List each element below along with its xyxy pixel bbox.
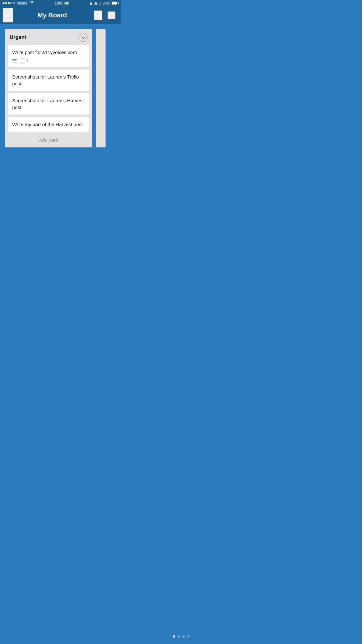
lock-icon	[90, 1, 93, 5]
description-icon	[12, 59, 17, 62]
signal-dots	[3, 2, 15, 4]
signal-dot-5	[13, 2, 15, 4]
card-4[interactable]: Write my part of the Harvest post	[8, 117, 89, 132]
svg-marker-1	[94, 1, 97, 5]
card-title-1: Write post for a11yvoices.com	[12, 50, 77, 55]
desc-line-2	[12, 61, 16, 61]
board-title: My Board	[38, 12, 67, 19]
bluetooth-icon	[99, 1, 101, 5]
comment-count-1: 1	[26, 58, 28, 63]
battery-fill	[112, 2, 117, 5]
chevron-down-icon	[81, 35, 86, 39]
signal-dot-1	[3, 2, 5, 4]
battery-icon	[111, 2, 118, 5]
desc-line-3	[12, 62, 17, 62]
search-icon	[95, 11, 102, 18]
status-time: 1:08 pm	[55, 1, 69, 5]
card-title-4: Write my part of the Harvest post	[12, 122, 83, 127]
desc-line-1	[12, 59, 17, 60]
status-right: 88%	[90, 1, 118, 5]
status-left: Telstra	[3, 1, 34, 5]
location-icon	[94, 1, 97, 5]
card-title-3: Screenshots for Lauren's Harvest post	[12, 98, 84, 110]
list-title-urgent: Urgent	[10, 34, 26, 40]
board-content: Urgent Write post for a11yvoices.com	[0, 24, 121, 153]
cards-container: Write post for a11yvoices.com 1	[5, 45, 92, 132]
page-wrapper: Telstra 1:08 pm 88%	[0, 0, 121, 215]
list-urgent: Urgent Write post for a11yvoices.com	[5, 29, 92, 147]
card-comment-1: 1	[20, 58, 28, 63]
carrier-name: Telstra	[16, 1, 27, 5]
signal-dot-4	[10, 2, 12, 4]
list-partial	[96, 29, 106, 147]
search-button[interactable]	[94, 10, 102, 20]
close-button[interactable]: ×	[3, 8, 13, 23]
add-card-button[interactable]: Add card	[5, 133, 92, 147]
list-collapse-button[interactable]	[79, 33, 88, 42]
signal-dot-3	[8, 2, 10, 4]
svg-line-3	[99, 15, 101, 17]
card-2[interactable]: Screenshots for Lauren's Trello post	[8, 70, 89, 91]
svg-rect-0	[90, 3, 92, 5]
nav-bar: × My Board ···	[0, 6, 121, 24]
more-button[interactable]: ···	[107, 11, 116, 19]
nav-right-actions: ···	[94, 10, 116, 20]
wifi-icon	[30, 1, 34, 5]
card-1[interactable]: Write post for a11yvoices.com 1	[8, 45, 89, 67]
battery-percent: 88%	[103, 1, 110, 5]
list-header-urgent: Urgent	[5, 29, 92, 45]
card-3[interactable]: Screenshots for Lauren's Harvest post	[8, 93, 89, 115]
status-bar: Telstra 1:08 pm 88%	[0, 0, 121, 6]
card-title-2: Screenshots for Lauren's Trello post	[12, 74, 79, 86]
signal-dot-2	[5, 2, 7, 4]
comment-bubble-icon	[20, 59, 25, 63]
card-meta-1: 1	[12, 58, 85, 63]
